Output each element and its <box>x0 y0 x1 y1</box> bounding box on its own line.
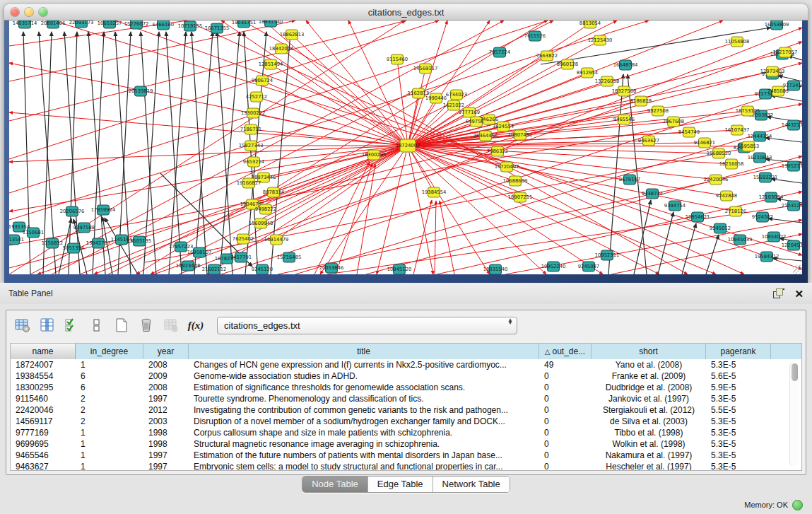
new-table-icon[interactable] <box>112 316 131 334</box>
table-row[interactable]: 2242004622012Investigating the contribut… <box>11 404 801 416</box>
selected-edge[interactable] <box>435 201 436 274</box>
selected-node[interactable]: 19384554 <box>422 187 447 197</box>
node[interactable]: 9245120 <box>252 264 273 274</box>
selected-node[interactable]: 1621022 <box>443 100 464 110</box>
column-header-year[interactable]: year <box>143 344 189 359</box>
citation-network-graph[interactable]: 1403571420891406220931731065325715276072… <box>9 21 802 274</box>
node[interactable]: 9394754 <box>664 201 686 211</box>
edge[interactable] <box>194 32 213 274</box>
column-header-pagerank[interactable]: pagerank <box>706 344 771 359</box>
edge[interactable] <box>706 235 719 274</box>
node[interactable]: 6466160 <box>153 21 174 30</box>
edge[interactable] <box>166 32 182 274</box>
table-row[interactable]: 946362711997Embryonic stem cells: a mode… <box>11 461 801 470</box>
selected-node[interactable]: 8186828 <box>630 96 652 106</box>
table-settings-icon[interactable] <box>13 316 32 334</box>
selected-node[interactable]: 2718126 <box>725 206 746 216</box>
table-row[interactable]: 1456911722003Disruption of a novel membe… <box>11 416 801 427</box>
minimize-window-button[interactable] <box>25 8 33 16</box>
node[interactable]: 14432175 <box>782 120 802 130</box>
node[interactable]: 15716485 <box>277 252 302 262</box>
close-panel-icon[interactable]: ✕ <box>794 288 804 299</box>
selected-node[interactable]: 18907211 <box>508 192 533 202</box>
selected-node[interactable]: 8813054 <box>579 21 601 28</box>
selected-node[interactable]: 8912954 <box>577 68 598 78</box>
node[interactable]: 12444154 <box>748 132 772 141</box>
table-row[interactable]: 977716911998Corpus callosum shape and si… <box>11 427 801 438</box>
node[interactable]: 16210643 <box>748 153 772 163</box>
node[interactable]: 10653257 <box>98 21 122 28</box>
scrollbar-thumb[interactable] <box>792 363 798 381</box>
table-source-dropdown[interactable]: citations_edges.txt ▲▼ <box>217 317 517 334</box>
column-visibility-icon[interactable] <box>38 316 57 334</box>
node[interactable]: 12923448 <box>176 261 201 271</box>
column-select-icon[interactable] <box>63 316 81 334</box>
selected-node[interactable]: 18216058 <box>719 159 744 169</box>
node[interactable]: 10719155 <box>178 21 203 31</box>
node[interactable]: 7857224 <box>489 47 510 57</box>
selected-edge[interactable] <box>276 146 408 240</box>
column-header-short[interactable]: short <box>592 344 706 359</box>
table-row[interactable]: 1938455462009Genome-wide association stu… <box>11 370 801 382</box>
selected-node[interactable]: 8454749 <box>678 127 700 137</box>
node[interactable]: 9524502 <box>752 212 773 222</box>
function-builder-icon[interactable]: f(x) <box>187 316 205 334</box>
node[interactable]: 16648784 <box>613 60 638 70</box>
node[interactable]: 1156812 <box>42 238 63 248</box>
selected-node[interactable]: 11054808 <box>725 37 750 47</box>
node[interactable]: 18031540 <box>483 264 508 274</box>
selected-edge[interactable] <box>9 104 802 245</box>
zoom-window-button[interactable] <box>39 8 47 16</box>
selected-edge[interactable] <box>281 49 408 146</box>
selected-node[interactable]: 22420046 <box>704 175 729 185</box>
column-header-name[interactable]: name <box>11 344 76 359</box>
node[interactable]: 14035714 <box>13 21 37 28</box>
selected-edge[interactable] <box>408 146 659 274</box>
node[interactable]: 21602112 <box>202 264 227 274</box>
node[interactable]: 21031254 <box>782 201 802 211</box>
selected-edge[interactable] <box>437 192 802 274</box>
node[interactable]: 12204531 <box>782 240 802 250</box>
selected-edge[interactable] <box>257 97 408 146</box>
selected-node[interactable]: 16914479 <box>264 235 289 245</box>
node[interactable]: 7615526 <box>524 31 546 41</box>
table-row[interactable]: 969969511998Structural magnetic resonanc… <box>11 438 801 450</box>
float-panel-icon[interactable] <box>773 288 784 298</box>
tab-edge-table[interactable]: Edge Table <box>368 477 433 492</box>
node[interactable]: 20533819 <box>129 86 153 96</box>
selected-node[interactable]: 6734023 <box>446 90 467 100</box>
node[interactable]: 10945033 <box>728 235 753 245</box>
node[interactable]: 17359924 <box>91 205 116 215</box>
node[interactable]: 20206576 <box>60 206 85 216</box>
row-height-icon[interactable] <box>88 316 106 334</box>
column-header-title[interactable]: title <box>189 344 539 359</box>
selected-node[interactable]: 13300222 <box>241 108 266 118</box>
selected-node[interactable]: 3624554 <box>493 122 514 132</box>
tab-network-table[interactable]: Network Table <box>433 477 510 492</box>
selected-node[interactable]: 16107437 <box>725 125 750 135</box>
window-titlebar[interactable]: citations_edges.txt <box>4 4 808 21</box>
node[interactable]: 10952240 <box>541 262 566 271</box>
node[interactable]: 15693231 <box>753 173 778 182</box>
canvas-resize-grip[interactable] <box>793 265 802 274</box>
node[interactable]: 10945120 <box>387 264 412 274</box>
node[interactable]: 10954022 <box>762 232 787 242</box>
tab-node-table[interactable]: Node Table <box>302 477 368 492</box>
selected-node[interactable]: 9463627 <box>638 136 659 146</box>
selected-node[interactable]: 9115460 <box>387 54 408 64</box>
selected-edge[interactable] <box>397 59 408 146</box>
node[interactable]: 18931540 <box>259 21 283 27</box>
selected-edge[interactable] <box>440 201 454 274</box>
table-row[interactable]: 1872400712008Changes of HCN gene express… <box>11 359 801 370</box>
table-row[interactable]: 946554611997Estimation of the future num… <box>11 450 801 461</box>
column-header-out_de[interactable]: △out_de... <box>539 344 592 359</box>
selected-node[interactable]: 15609948 <box>249 218 273 228</box>
edge[interactable] <box>23 32 30 274</box>
selected-node[interactable]: 12851494 <box>259 59 283 69</box>
table-row[interactable]: 911546021997Tourette syndrome. Phenomeno… <box>11 393 801 404</box>
node[interactable]: 16671355 <box>205 23 230 33</box>
selected-node[interactable]: 18862813 <box>280 30 305 40</box>
column-header-in_degree[interactable]: in_degree <box>76 344 143 359</box>
table-vertical-scrollbar[interactable] <box>789 362 799 466</box>
network-canvas[interactable]: 1403571420891406220931731065325715276072… <box>9 21 802 274</box>
